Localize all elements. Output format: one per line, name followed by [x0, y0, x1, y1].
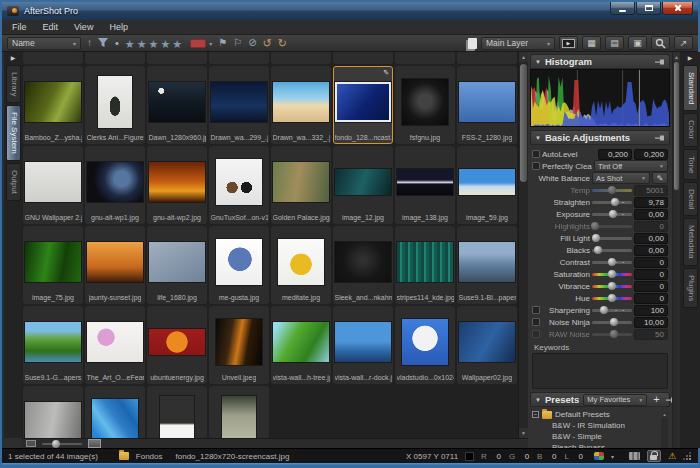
partial-thumbnail-cell[interactable]: [23, 52, 83, 64]
color-label-dropdown[interactable]: ▾: [190, 39, 212, 48]
straighten-slider[interactable]: [592, 201, 632, 204]
preset-item[interactable]: B&W - IR Simulation: [532, 420, 668, 431]
thumbnail-size-slider[interactable]: [42, 443, 82, 445]
partial-thumbnail-cell[interactable]: [457, 52, 517, 64]
thumbnail-cell[interactable]: meditate.jpg: [271, 226, 331, 304]
star-icon[interactable]: ★: [125, 38, 137, 50]
exposure-slider[interactable]: [592, 213, 632, 216]
zoom-button[interactable]: [651, 36, 670, 50]
raw-noise-slider[interactable]: [592, 333, 632, 336]
menu-view[interactable]: View: [66, 21, 101, 33]
scroll-up-icon[interactable]: ▲: [661, 410, 668, 418]
collapse-box-icon[interactable]: −: [532, 411, 539, 418]
raw-noise-checkbox[interactable]: [532, 330, 540, 338]
panel-scrollbar[interactable]: ▲: [672, 52, 680, 448]
thumbnail-cell[interactable]: Dawn_1280x960.jpg: [147, 66, 207, 144]
thumbnail-cell[interactable]: [209, 386, 269, 438]
raw-noise-value[interactable]: 50: [634, 329, 668, 340]
highlights-slider[interactable]: [592, 225, 632, 228]
thumbnail-cell[interactable]: Suse9.1-Bl...papers.jpg: [457, 226, 517, 304]
flag-icon[interactable]: ⚑: [218, 38, 227, 48]
thumbnail-cell[interactable]: Clerks Ani...Figure.jpg: [85, 66, 145, 144]
slider-knob[interactable]: [610, 318, 618, 326]
right-tab-standard[interactable]: Standard: [683, 65, 698, 111]
thumbnail-cell[interactable]: Bamboo_Z...ysha.jpg: [23, 66, 83, 144]
noise-ninja-checkbox[interactable]: [532, 318, 540, 326]
star-icon[interactable]: ★: [160, 38, 172, 50]
noise-ninja-slider[interactable]: [592, 321, 632, 324]
keywords-input[interactable]: [532, 353, 668, 389]
blacks-value[interactable]: 0,00: [634, 245, 668, 256]
thumbnail-cell[interactable]: Golden Palace.jpg: [271, 146, 331, 224]
presets-scrollbar[interactable]: ▲: [661, 410, 668, 448]
white-balance-dropdown[interactable]: As Shot ▼: [592, 172, 650, 184]
sort-ascending-icon[interactable]: ↑: [87, 38, 92, 48]
thumbnail-cell[interactable]: Wallpaper02.jpg: [457, 306, 517, 384]
scroll-down-icon[interactable]: ▼: [519, 428, 528, 438]
vibrance-value[interactable]: 0: [634, 281, 668, 292]
histogram-header[interactable]: ▼ Histogram: [530, 54, 670, 69]
filter-icon[interactable]: [98, 38, 109, 48]
pin-icon[interactable]: [655, 134, 665, 142]
partial-thumbnail-cell[interactable]: [209, 52, 269, 64]
maximize-button[interactable]: [636, 2, 661, 15]
thumbnail-cell[interactable]: vladstudio...0x1024.jpg: [395, 306, 455, 384]
rotate-right-icon[interactable]: ↻: [278, 38, 287, 49]
thumbnail-cell[interactable]: me-gusta.jpg: [209, 226, 269, 304]
basic-adjustments-header[interactable]: ▼ Basic Adjustments: [530, 130, 670, 145]
autolevel-high-value[interactable]: 0,200: [634, 149, 668, 160]
slider-knob[interactable]: [608, 270, 616, 278]
thumbnail-cell[interactable]: image_12.jpg: [333, 146, 393, 224]
collapse-icon[interactable]: ▼: [535, 135, 541, 141]
preset-folder[interactable]: −Default Presets: [532, 409, 668, 420]
sort-order-dropdown[interactable]: Name ▾: [7, 37, 81, 50]
pin-icon[interactable]: [655, 58, 665, 66]
partial-thumbnail-cell[interactable]: [333, 52, 393, 64]
thumbnail-cell[interactable]: GnuTuxSof...on-v1.jpg: [209, 146, 269, 224]
no-rating-icon[interactable]: •: [115, 38, 119, 49]
slider-knob[interactable]: [608, 186, 616, 194]
dual-monitor-icon[interactable]: [629, 452, 640, 460]
contrast-value[interactable]: 0: [634, 257, 668, 268]
slider-knob[interactable]: [609, 210, 617, 218]
thumbnail-cell[interactable]: ubuntuenergy.jpg: [147, 306, 207, 384]
perfectly-clear-dropdown[interactable]: Tint Off ▼: [594, 160, 668, 172]
collapse-icon[interactable]: ▼: [535, 59, 541, 65]
slider-knob[interactable]: [608, 282, 616, 290]
straighten-value[interactable]: 9,78: [634, 197, 668, 208]
thumbnail-cell[interactable]: FSS-2_1280.jpg: [457, 66, 517, 144]
rotate-left-icon[interactable]: ↺: [263, 38, 272, 49]
thumbnail-cell[interactable]: life_1680.jpg: [147, 226, 207, 304]
thumbnail-cell[interactable]: jaunty-sunset.jpg: [85, 226, 145, 304]
close-button[interactable]: [662, 2, 693, 15]
scroll-up-icon[interactable]: ▲: [519, 52, 528, 62]
flag-none-icon[interactable]: ⊘: [248, 38, 256, 48]
blacks-slider[interactable]: [592, 249, 632, 252]
thumbnail-cell[interactable]: Sleek_and...nkahn.jpg: [333, 226, 393, 304]
slider-knob[interactable]: [591, 222, 599, 230]
grid-scrollbar[interactable]: ▲ ▼: [518, 52, 528, 438]
thumbnail-cell[interactable]: fsfgnu.jpg: [395, 66, 455, 144]
thumbnail-cell[interactable]: vista-wall...h-tree.jpg: [271, 306, 331, 384]
image-view-button[interactable]: ▣: [628, 36, 647, 50]
thumbnail-cell[interactable]: image_75.jpg: [23, 226, 83, 304]
slider-knob[interactable]: [610, 330, 618, 338]
right-tab-metadata[interactable]: Metadata: [683, 218, 698, 265]
temp-slider[interactable]: [592, 189, 632, 192]
preset-item[interactable]: B&W - Simple: [532, 431, 668, 442]
minimize-button[interactable]: [610, 2, 635, 15]
partial-thumbnail-cell[interactable]: [271, 52, 331, 64]
fill-light-value[interactable]: 0,00: [634, 233, 668, 244]
saturation-value[interactable]: 0: [634, 269, 668, 280]
slider-knob[interactable]: [608, 258, 616, 266]
collapse-right-panel-icon[interactable]: ▶: [680, 52, 700, 63]
collapse-left-panel-icon[interactable]: ▶: [4, 52, 22, 63]
resize-grip[interactable]: [683, 452, 692, 461]
right-tab-tone[interactable]: Tone: [683, 149, 698, 180]
thumbnail-cell[interactable]: Drawn_wa...299_.jpg: [209, 66, 269, 144]
presets-header[interactable]: ▼ Presets My Favorites ▼ +: [530, 392, 670, 407]
temp-value[interactable]: 5001: [634, 185, 668, 196]
star-icon[interactable]: ★: [172, 38, 184, 50]
thumbnail-cell[interactable]: Unveil.jpeg: [209, 306, 269, 384]
collapse-icon[interactable]: ▼: [535, 397, 541, 403]
